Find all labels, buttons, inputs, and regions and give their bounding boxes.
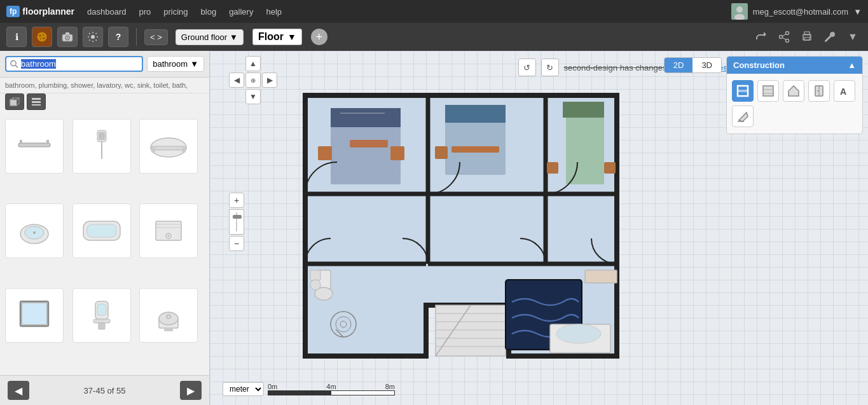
floor-name-selector[interactable]: Floor ▼ xyxy=(252,29,302,45)
info-button[interactable]: ℹ xyxy=(6,27,27,47)
scale-labels: 0m 4m 8m xyxy=(268,383,395,390)
svg-rect-23 xyxy=(10,100,17,106)
svg-rect-39 xyxy=(182,148,186,153)
construction-panel: Construction ▲ A xyxy=(726,56,863,134)
social-share-button[interactable] xyxy=(775,28,793,46)
floor-name-label: Floor xyxy=(258,31,284,43)
list-item[interactable] xyxy=(139,119,198,174)
redo-button[interactable]: ↻ xyxy=(541,58,558,76)
svg-marker-65 xyxy=(789,86,799,96)
3d-mode-button[interactable]: 3D xyxy=(692,58,721,72)
more-options-button[interactable]: ▼ xyxy=(844,28,862,46)
camera-button[interactable] xyxy=(57,27,78,47)
nav-pro[interactable]: pro xyxy=(139,7,151,17)
svg-point-7 xyxy=(43,38,45,39)
svg-point-20 xyxy=(809,36,811,37)
search-category-dropdown[interactable]: bathroom ▼ xyxy=(147,56,204,72)
wrench-button[interactable] xyxy=(821,28,839,46)
svg-rect-27 xyxy=(32,98,41,100)
list-item[interactable] xyxy=(139,288,198,343)
svg-rect-34 xyxy=(99,132,105,140)
list-item[interactable] xyxy=(72,203,131,258)
code-nav-button[interactable]: < > xyxy=(144,29,168,45)
unit-selector[interactable]: meter xyxy=(223,382,264,396)
nav-dashboard[interactable]: dashboard xyxy=(87,7,126,17)
nav-pricing[interactable]: pricing xyxy=(163,7,188,17)
door-window-tool-button[interactable] xyxy=(808,80,830,102)
cookie-button[interactable] xyxy=(32,27,52,47)
text-tool-button[interactable]: A xyxy=(834,80,855,102)
svg-rect-82 xyxy=(350,140,388,148)
pan-right-button[interactable]: ▶ xyxy=(262,72,277,88)
svg-rect-54 xyxy=(93,319,110,323)
svg-rect-92 xyxy=(390,146,404,160)
next-page-button[interactable]: ▶ xyxy=(180,381,202,400)
left-panel: bathroom ▼ bathroom, plumbing, shower, l… xyxy=(0,51,210,405)
ceiling-tool-button[interactable] xyxy=(783,80,804,102)
user-dropdown-icon[interactable]: ▼ xyxy=(853,7,862,17)
list-item[interactable] xyxy=(139,203,198,258)
floor-tool-button[interactable] xyxy=(757,80,779,102)
svg-rect-89 xyxy=(563,102,604,118)
scale-bar: meter 0m 4m 8m xyxy=(223,382,395,396)
erase-tool-button[interactable] xyxy=(732,106,754,127)
zoom-slider[interactable] xyxy=(229,209,244,235)
nav-help[interactable]: help xyxy=(266,7,282,17)
canvas-area[interactable]: ▲ ◀ ⊕ ▶ ▼ + − ↺ ↻ second-desig xyxy=(210,51,868,405)
undo-button[interactable]: ↺ xyxy=(518,58,535,76)
construction-panel-header: Construction ▲ xyxy=(727,57,862,74)
save-notice-text: second-design has changes xyxy=(563,63,666,72)
add-floor-button[interactable]: + xyxy=(311,29,327,45)
construction-collapse-icon[interactable]: ▲ xyxy=(848,60,856,70)
print-button[interactable] xyxy=(798,28,816,46)
zoom-out-button[interactable]: − xyxy=(229,236,244,251)
svg-line-22 xyxy=(15,65,18,67)
settings-button[interactable] xyxy=(83,27,103,47)
svg-point-13 xyxy=(786,32,789,35)
pan-down-button[interactable]: ▼ xyxy=(245,89,261,104)
logo-text: floorplanner xyxy=(22,6,74,17)
svg-point-68 xyxy=(817,90,818,92)
svg-rect-31 xyxy=(20,140,22,143)
3d-view-button[interactable] xyxy=(5,93,24,110)
floor-name-dropdown: ▼ xyxy=(287,32,296,42)
app-logo[interactable]: fp floorplanner xyxy=(6,6,74,17)
nav-gallery[interactable]: gallery xyxy=(229,7,253,17)
nav-blog[interactable]: blog xyxy=(201,7,217,17)
list-item[interactable] xyxy=(5,288,64,343)
2d-mode-button[interactable]: 2D xyxy=(665,58,693,72)
floor-plan[interactable] xyxy=(242,83,687,381)
top-navigation: fp floorplanner dashboard pro pricing bl… xyxy=(0,0,868,23)
svg-rect-59 xyxy=(164,328,173,331)
share-button[interactable] xyxy=(752,28,770,46)
list-item[interactable] xyxy=(5,119,64,174)
wall-tool-button[interactable] xyxy=(732,80,754,102)
pan-up-button[interactable]: ▲ xyxy=(245,56,261,71)
list-item[interactable] xyxy=(72,119,131,174)
construction-tools: A xyxy=(727,74,862,134)
toolbar-right-actions: ▼ xyxy=(752,28,862,46)
svg-rect-95 xyxy=(547,162,558,174)
help-button[interactable]: ? xyxy=(108,27,128,47)
list-item[interactable] xyxy=(72,288,131,343)
search-input[interactable] xyxy=(21,59,138,69)
zoom-in-button[interactable]: + xyxy=(229,193,244,208)
floor-selector[interactable]: Ground floor ▼ xyxy=(176,29,244,45)
svg-rect-44 xyxy=(87,224,116,237)
svg-rect-62 xyxy=(763,86,773,96)
user-email: meg_escott@hotmail.com xyxy=(753,7,848,17)
pan-left-button[interactable]: ◀ xyxy=(229,72,244,88)
pan-center-button[interactable]: ⊕ xyxy=(245,72,261,88)
search-icon xyxy=(10,60,18,69)
list-view-button[interactable] xyxy=(27,93,46,110)
svg-point-42 xyxy=(33,231,36,234)
prev-page-button[interactable]: ◀ xyxy=(8,381,29,400)
svg-line-15 xyxy=(782,34,786,37)
svg-rect-94 xyxy=(604,162,616,174)
svg-point-112 xyxy=(556,324,601,343)
floor-dropdown-icon: ▼ xyxy=(230,32,238,42)
list-item[interactable] xyxy=(5,203,64,258)
svg-line-16 xyxy=(782,38,786,40)
scale-8m: 8m xyxy=(385,383,395,390)
scale-line xyxy=(268,390,395,395)
